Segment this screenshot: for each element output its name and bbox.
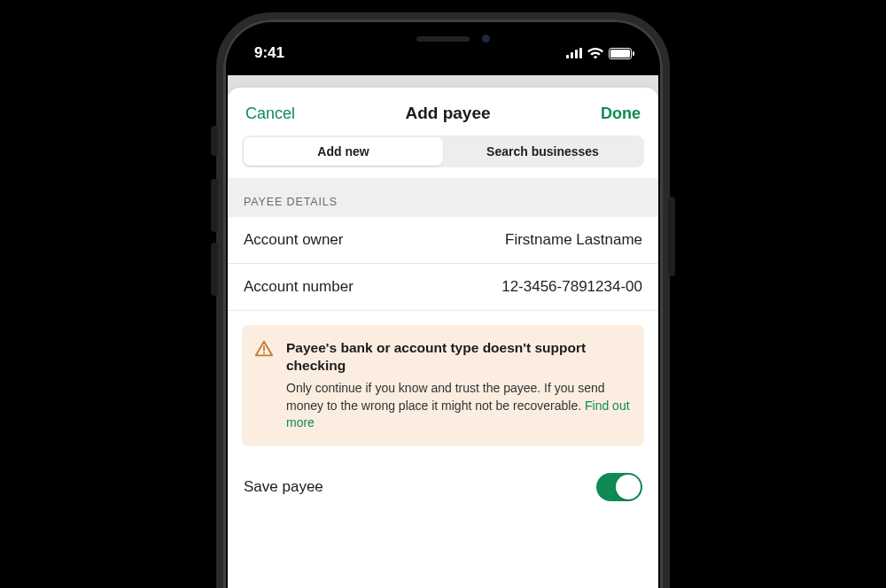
cancel-button[interactable]: Cancel (245, 104, 295, 123)
tab-search-businesses[interactable]: Search businesses (443, 137, 642, 166)
status-time: 9:41 (254, 44, 284, 62)
row-account-owner[interactable]: Account owner Firstname Lastname (228, 217, 658, 264)
warning-banner: Payee's bank or account type doesn't sup… (242, 325, 644, 446)
toggle-knob (616, 475, 641, 499)
account-number-label: Account number (244, 278, 354, 296)
account-owner-label: Account owner (244, 231, 343, 249)
warning-triangle-icon (254, 339, 274, 359)
page-title: Add payee (405, 104, 490, 123)
speaker-grille (416, 36, 470, 42)
volume-up-button (211, 179, 218, 232)
battery-icon (609, 48, 632, 59)
cell-signal-icon (566, 48, 582, 58)
warning-title: Payee's bank or account type doesn't sup… (286, 339, 630, 375)
save-payee-toggle[interactable] (596, 473, 642, 501)
section-header-payee-details: PAYEE DETAILS (228, 178, 658, 217)
done-button[interactable]: Done (601, 104, 641, 123)
notch (350, 24, 536, 54)
row-save-payee: Save payee (228, 460, 658, 508)
row-account-number[interactable]: Account number 12-3456-7891234-00 (228, 264, 658, 311)
power-button (668, 197, 675, 276)
warning-body: Only continue if you know and trust the … (286, 381, 605, 413)
svg-point-1 (263, 352, 265, 353)
nav-bar: Cancel Add payee Done (228, 88, 658, 135)
segmented-control: Add new Search businesses (242, 135, 644, 167)
account-owner-value: Firstname Lastname (505, 231, 642, 249)
save-payee-label: Save payee (244, 478, 323, 496)
front-camera (482, 35, 490, 43)
volume-down-button (211, 243, 218, 296)
phone-screen: 9:41 Cancel Add payee Done Add new Searc… (228, 24, 658, 588)
account-number-value: 12-3456-7891234-00 (501, 278, 642, 296)
mute-switch (211, 126, 218, 156)
app-background: Cancel Add payee Done Add new Search bus… (228, 75, 658, 588)
phone-frame: 9:41 Cancel Add payee Done Add new Searc… (216, 12, 670, 588)
modal-sheet: Cancel Add payee Done Add new Search bus… (228, 88, 658, 588)
wifi-icon (587, 48, 603, 59)
tab-add-new[interactable]: Add new (244, 137, 443, 166)
